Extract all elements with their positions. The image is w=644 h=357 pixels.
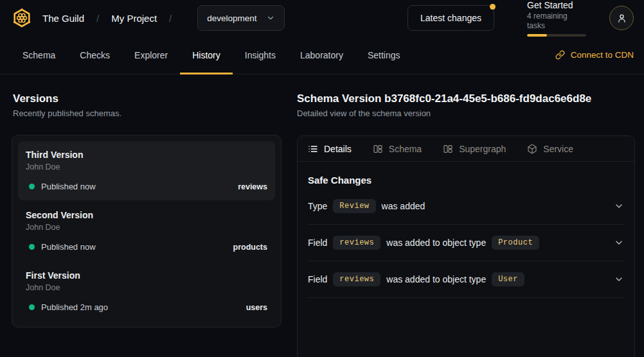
detail-tab-label: Supergraph [459, 144, 506, 154]
get-started-progress-fill [527, 34, 547, 37]
published-status-dot [29, 244, 35, 250]
change-kind: Field [308, 274, 327, 284]
version-item-third[interactable]: Third Version John Doe Published now rev… [18, 141, 275, 200]
change-code-badge: reviews [333, 236, 380, 250]
tab-label: Settings [368, 50, 400, 60]
tab-checks[interactable]: Checks [67, 36, 122, 74]
published-status-dot [29, 184, 35, 189]
version-status-row: Published now products [26, 242, 267, 252]
versions-list: Third Version John Doe Published now rev… [12, 135, 282, 327]
cube-icon [527, 144, 537, 154]
tab-label: Schema [22, 50, 55, 60]
tab-label: Explorer [134, 50, 168, 60]
chevron-down-icon [266, 13, 275, 22]
version-item-first[interactable]: First Version John Doe Published 2m ago … [18, 262, 275, 321]
latest-changes-button[interactable]: Latest changes [407, 5, 494, 31]
version-name: First Version [26, 270, 267, 281]
connect-to-cdn-label: Connect to CDN [571, 50, 634, 60]
tab-laboratory[interactable]: Laboratory [288, 36, 355, 74]
panels-icon [373, 144, 383, 154]
change-row-type-review[interactable]: Type Review was added [308, 188, 624, 225]
versions-subtitle: Recently published schemas. [13, 109, 282, 118]
user-icon [616, 13, 627, 24]
service-name: reviews [238, 182, 267, 191]
tab-settings[interactable]: Settings [355, 36, 413, 74]
detail-tab-details[interactable]: Details [308, 144, 352, 154]
change-kind: Type [308, 201, 327, 211]
tab-label: Checks [80, 50, 110, 60]
version-author: John Doe [26, 223, 267, 232]
detail-tabs: Details Schema Sup [298, 136, 634, 162]
connect-to-cdn-link[interactable]: Connect to CDN [555, 36, 634, 74]
change-type-badge: Product [492, 236, 539, 250]
version-author: John Doe [26, 162, 267, 171]
breadcrumb-project[interactable]: My Project [111, 13, 157, 24]
version-name: Second Version [26, 209, 267, 221]
schema-version-panel: Schema Version b3768fc0-21a4-45e5-b686-f… [297, 74, 635, 357]
detail-tab-label: Service [543, 144, 573, 154]
detail-tab-schema[interactable]: Schema [373, 144, 422, 154]
chevron-down-icon[interactable] [614, 201, 624, 211]
list-icon [308, 144, 318, 154]
tab-explorer[interactable]: Explorer [122, 36, 180, 74]
published-status-dot [29, 304, 35, 310]
hive-logo-icon[interactable] [10, 6, 33, 30]
versions-title: Versions [13, 92, 282, 105]
breadcrumb-separator: / [96, 13, 99, 24]
panels-icon [443, 144, 453, 154]
schema-version-title: Schema Version b3768fc0-21a4-45e5-b686-f… [297, 92, 635, 105]
user-avatar[interactable] [609, 6, 634, 30]
link-icon [555, 50, 565, 60]
change-description: was added to object type [386, 274, 486, 284]
get-started-title: Get Started [527, 0, 586, 11]
breadcrumb-org[interactable]: The Guild [42, 13, 84, 24]
header-right-cluster: Latest changes Get Started 4 remaining t… [407, 0, 634, 37]
chevron-down-icon[interactable] [614, 238, 624, 248]
version-status-row: Published 2m ago users [26, 302, 267, 312]
get-started-widget[interactable]: Get Started 4 remaining tasks [527, 0, 586, 37]
app-header: The Guild / My Project / development Lat… [0, 0, 644, 36]
detail-tab-label: Schema [389, 144, 422, 154]
change-type-badge: User [492, 272, 524, 286]
detail-tab-supergraph[interactable]: Supergraph [443, 144, 506, 154]
change-code-badge: Review [333, 199, 375, 213]
safe-changes-heading: Safe Changes [298, 162, 634, 188]
change-row-field-user[interactable]: Field reviews was added to object type U… [308, 261, 624, 298]
schema-version-subtitle: Detailed view of the schema version [297, 109, 635, 118]
version-author: John Doe [26, 283, 267, 292]
tab-schema[interactable]: Schema [10, 36, 67, 74]
chevron-down-icon[interactable] [614, 274, 624, 284]
service-name: products [233, 243, 267, 252]
change-row-field-product[interactable]: Field reviews was added to object type P… [308, 225, 624, 261]
tab-label: History [192, 50, 220, 60]
target-dropdown-value: development [207, 13, 256, 23]
service-name: users [246, 303, 267, 312]
change-description: was added to object type [386, 238, 486, 248]
breadcrumb-separator: / [169, 13, 172, 24]
latest-changes-label: Latest changes [420, 13, 481, 23]
detail-tab-label: Details [324, 144, 352, 154]
version-item-second[interactable]: Second Version John Doe Published now pr… [18, 202, 275, 261]
schema-version-detail-card: Details Schema Sup [297, 135, 635, 357]
published-label: Published now [41, 182, 96, 191]
change-code-badge: reviews [333, 272, 380, 286]
change-kind: Field [308, 238, 327, 248]
changes-list: Type Review was added Field reviews was … [298, 188, 634, 298]
published-label: Published now [41, 242, 96, 252]
tab-insights[interactable]: Insights [233, 36, 288, 74]
change-description: was added [382, 201, 425, 211]
notification-dot [490, 4, 496, 10]
version-name: Third Version [26, 149, 267, 161]
target-navbar: Schema Checks Explorer History Insights … [0, 36, 644, 74]
tab-label: Insights [245, 50, 276, 60]
published-label: Published 2m ago [41, 302, 108, 312]
versions-panel: Versions Recently published schemas. Thi… [12, 74, 282, 357]
tab-history[interactable]: History [180, 36, 233, 74]
detail-tab-service[interactable]: Service [527, 144, 573, 154]
version-status-row: Published now reviews [26, 182, 267, 191]
target-dropdown[interactable]: development [197, 5, 284, 31]
get-started-tasks: 4 remaining tasks [527, 12, 586, 31]
main-content: Versions Recently published schemas. Thi… [0, 74, 644, 357]
tab-label: Laboratory [300, 50, 343, 60]
